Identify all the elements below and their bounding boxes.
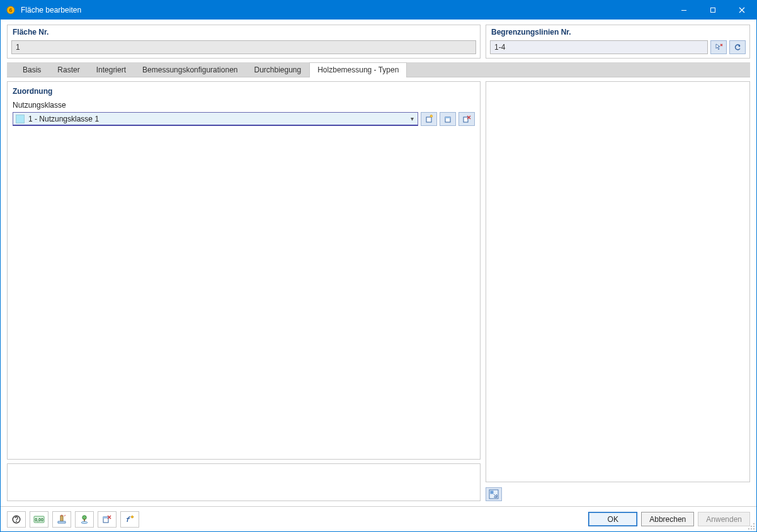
svg-point-37: [748, 528, 749, 529]
tab-integriert[interactable]: Integriert: [88, 62, 134, 77]
resize-grip[interactable]: [748, 523, 755, 530]
svg-point-34: [751, 526, 752, 527]
combo-color-swatch: [16, 115, 25, 123]
svg-point-25: [81, 521, 88, 523]
tab-durchbiegung[interactable]: Durchbiegung: [246, 62, 309, 77]
minimize-button[interactable]: [669, 1, 698, 20]
function-button[interactable]: [120, 511, 139, 528]
svg-rect-10: [464, 117, 468, 122]
svg-rect-3: [711, 8, 715, 13]
apply-button: Anwenden: [698, 512, 750, 526]
edit-nutzungsklasse-button[interactable]: [440, 112, 456, 126]
tree-button[interactable]: [75, 511, 94, 528]
boundary-lines-input[interactable]: [490, 40, 708, 54]
svg-point-36: [751, 528, 752, 529]
delete-nutzungsklasse-button[interactable]: [458, 112, 475, 126]
zuordnung-panel: Zuordnung Nutzungsklasse 1 - Nutzungskla…: [7, 81, 481, 460]
svg-text:6: 6: [9, 7, 12, 13]
remove-assignment-button[interactable]: [98, 511, 117, 528]
surface-number-input[interactable]: [11, 40, 476, 54]
footer: 0,00 OK Abbrechen Anwenden: [1, 506, 756, 531]
svg-text:0,00: 0,00: [35, 518, 43, 523]
surface-number-label: Fläche Nr.: [8, 25, 480, 40]
svg-rect-14: [491, 491, 494, 494]
nutzungsklasse-value: 1 - Nutzungsklasse 1: [28, 115, 409, 123]
svg-line-22: [64, 515, 65, 516]
main-left-column: Zuordnung Nutzungsklasse 1 - Nutzungskla…: [7, 81, 481, 501]
svg-rect-27: [103, 517, 108, 519]
help-button[interactable]: [7, 511, 26, 528]
boundary-lines-label: Begrenzungslinien Nr.: [486, 25, 749, 40]
main-area: Zuordnung Nutzungsklasse 1 - Nutzungskla…: [1, 77, 756, 506]
zuordnung-title: Zuordnung: [13, 86, 475, 101]
svg-point-33: [753, 526, 754, 527]
svg-point-17: [16, 521, 17, 522]
info-panel: [7, 463, 481, 501]
maximize-button[interactable]: [698, 1, 727, 20]
nutzungsklasse-combo[interactable]: 1 - Nutzungsklasse 1 ▾: [13, 112, 418, 126]
top-row: Fläche Nr. Begrenzungslinien Nr.: [1, 20, 756, 62]
nutzungsklasse-row: 1 - Nutzungsklasse 1 ▾: [13, 112, 475, 126]
svg-point-7: [430, 115, 433, 118]
titlebar: 6 Fläche bearbeiten: [1, 1, 756, 20]
reverse-lines-button[interactable]: [729, 40, 746, 54]
svg-rect-6: [426, 117, 431, 122]
tab-raster[interactable]: Raster: [49, 62, 88, 77]
ok-button[interactable]: OK: [588, 512, 637, 526]
view-mode-button[interactable]: [486, 487, 502, 501]
preview-panel: [486, 81, 750, 482]
window-buttons: [669, 1, 756, 20]
boundary-lines-panel: Begrenzungslinien Nr.: [486, 25, 750, 59]
svg-rect-20: [60, 516, 63, 521]
chevron-down-icon: ▾: [409, 115, 415, 122]
surface-number-panel: Fläche Nr.: [7, 25, 481, 59]
units-button[interactable]: 0,00: [30, 511, 48, 528]
cancel-button[interactable]: Abbrechen: [641, 512, 694, 526]
svg-point-35: [753, 528, 754, 529]
main-right-column: [486, 81, 750, 501]
dialog-body: Fläche Nr. Begrenzungslinien Nr.: [1, 20, 756, 531]
tab-bemessungskonfigurationen[interactable]: Bemessungskonfigurationen: [134, 62, 246, 77]
dialog-window: 6 Fläche bearbeiten Fläche Nr.: [0, 0, 757, 532]
new-nutzungsklasse-button[interactable]: [421, 112, 437, 126]
tab-holzbemessung-typen[interactable]: Holzbemessung - Typen: [309, 62, 407, 77]
preview-toolbar: [486, 486, 750, 501]
pick-lines-button[interactable]: [710, 40, 727, 54]
close-button[interactable]: [727, 1, 756, 20]
nutzungsklasse-label: Nutzungsklasse: [13, 101, 475, 112]
svg-rect-2: [681, 10, 686, 11]
svg-point-31: [131, 516, 133, 518]
svg-point-32: [753, 523, 754, 524]
app-icon: 6: [6, 5, 16, 15]
svg-rect-9: [445, 117, 450, 118]
window-title: Fläche bearbeiten: [21, 6, 669, 14]
tab-basis[interactable]: Basis: [14, 62, 49, 77]
reference-button[interactable]: [52, 511, 71, 528]
tab-strip: Basis Raster Integriert Bemessungskonfig…: [7, 62, 750, 77]
